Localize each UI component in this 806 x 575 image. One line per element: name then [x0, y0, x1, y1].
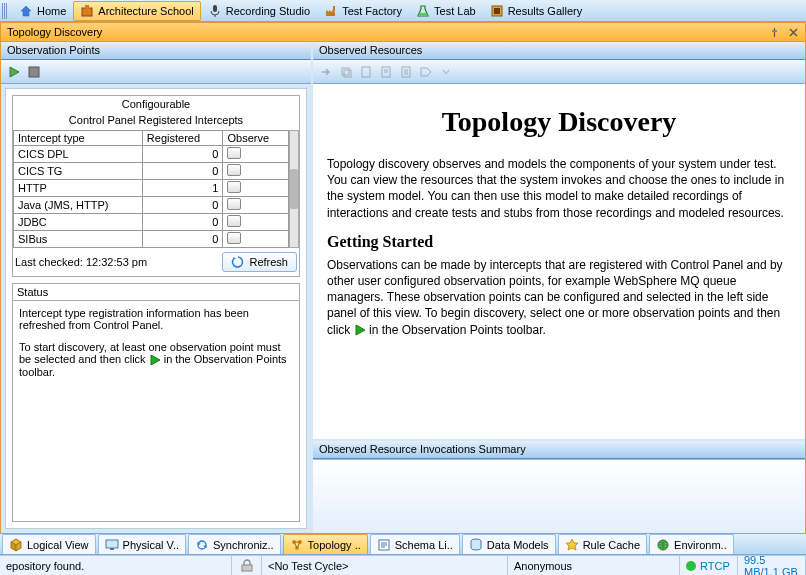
right-pane: Observed Resources Topology Discovery To…: [313, 42, 805, 533]
left-pane: Observation Points Configourable Control…: [1, 42, 313, 533]
play-icon[interactable]: [7, 65, 21, 79]
config-title: Configourable: [13, 96, 299, 112]
doc2-icon[interactable]: [379, 65, 393, 79]
doc-area: Topology Discovery Topology discovery ob…: [313, 84, 805, 441]
copy-icon[interactable]: [339, 65, 353, 79]
drag-handle[interactable]: [2, 3, 8, 19]
tab-label: Synchroniz..: [213, 539, 274, 551]
nav-tab-label: Test Factory: [342, 5, 402, 17]
cell-type: SIBus: [14, 231, 143, 248]
sync-icon: [195, 538, 209, 552]
observe-checkbox[interactable]: [227, 181, 241, 193]
refresh-icon: [231, 255, 245, 269]
pin-icon[interactable]: [769, 27, 780, 38]
col-intercept-type[interactable]: Intercept type: [14, 131, 143, 146]
doc3-icon[interactable]: [399, 65, 413, 79]
nav-tab-results[interactable]: Results Gallery: [483, 1, 590, 21]
observe-checkbox[interactable]: [227, 198, 241, 210]
last-refresh-row: Last checked: 12:32:53 pm Refresh: [13, 248, 299, 276]
table-row[interactable]: CICS TG0: [14, 163, 289, 180]
scrollbar-thumb[interactable]: [290, 169, 298, 209]
status-memory[interactable]: 99.5 MB/1.1 GB: [738, 556, 806, 575]
cell-type: Java (JMS, HTTP): [14, 197, 143, 214]
status-text-2: To start discovery, at least one observa…: [19, 341, 293, 378]
col-observe[interactable]: Observe: [223, 131, 289, 146]
table-scrollbar[interactable]: [289, 130, 299, 248]
observation-points-toolbar: [1, 60, 311, 84]
main-body: Observation Points Configourable Control…: [0, 42, 806, 533]
doc-h2: Getting Started: [327, 233, 791, 251]
nav-tab-home[interactable]: Home: [12, 1, 73, 21]
svg-rect-2: [213, 5, 217, 12]
status-body: Intercept type registration information …: [13, 300, 299, 521]
svg-rect-7: [29, 67, 39, 77]
cell-observe[interactable]: [223, 146, 289, 163]
tab-rule-cache[interactable]: Rule Cache: [558, 534, 647, 554]
status-cycle[interactable]: <No Test Cycle>: [262, 556, 508, 575]
cell-observe[interactable]: [223, 214, 289, 231]
svg-rect-3: [333, 6, 335, 11]
doc-p2: Observations can be made by intercepts t…: [327, 257, 791, 338]
tab-synchronization[interactable]: Synchroniz..: [188, 534, 281, 554]
config-subtitle: Control Panel Registered Intercepts: [13, 112, 299, 130]
table-row[interactable]: JDBC0: [14, 214, 289, 231]
status-cycle-icon[interactable]: [232, 556, 262, 575]
nav-tab-lab[interactable]: Test Lab: [409, 1, 483, 21]
factory-icon: [324, 4, 338, 18]
tab-environments[interactable]: Environm..: [649, 534, 734, 554]
doc-icon[interactable]: [359, 65, 373, 79]
cell-registered: 0: [142, 214, 223, 231]
monitor-icon: [105, 538, 119, 552]
tab-topology[interactable]: Topology ..: [283, 534, 368, 554]
cell-observe[interactable]: [223, 231, 289, 248]
stop-icon[interactable]: [27, 65, 41, 79]
table-row[interactable]: Java (JMS, HTTP)0: [14, 197, 289, 214]
nav-tab-factory[interactable]: Test Factory: [317, 1, 409, 21]
schema-icon: [377, 538, 391, 552]
window-title: Topology Discovery: [7, 26, 102, 38]
nav-tab-architecture[interactable]: Architecture School: [73, 1, 200, 21]
svg-rect-0: [82, 8, 92, 16]
arrow-icon[interactable]: [319, 65, 333, 79]
cell-observe[interactable]: [223, 197, 289, 214]
nav-tab-recording[interactable]: Recording Studio: [201, 1, 317, 21]
observe-checkbox[interactable]: [227, 232, 241, 244]
dropdown-chevron-icon[interactable]: [439, 65, 453, 79]
cell-type: CICS TG: [14, 163, 143, 180]
svg-rect-6: [772, 30, 777, 32]
observe-checkbox[interactable]: [227, 147, 241, 159]
status-text-1: Intercept type registration information …: [19, 307, 293, 331]
cell-observe[interactable]: [223, 163, 289, 180]
last-checked-label: Last checked: 12:32:53 pm: [15, 256, 147, 268]
status-rtcp[interactable]: RTCP: [680, 556, 738, 575]
tab-logical-view[interactable]: Logical View: [2, 534, 96, 554]
table-row[interactable]: HTTP1: [14, 180, 289, 197]
cell-type: CICS DPL: [14, 146, 143, 163]
cell-observe[interactable]: [223, 180, 289, 197]
tab-physical-view[interactable]: Physical V..: [98, 534, 186, 554]
star-icon: [565, 538, 579, 552]
gallery-icon: [490, 4, 504, 18]
status-title: Status: [13, 284, 299, 300]
doc-p2b: in the Observation Points toolbar.: [369, 323, 546, 337]
window-title-bar: Topology Discovery: [0, 22, 806, 42]
svg-rect-14: [110, 548, 114, 550]
close-icon[interactable]: [788, 27, 799, 38]
table-row[interactable]: CICS DPL0: [14, 146, 289, 163]
invocations-header: Observed Resource Invocations Summary: [313, 441, 805, 459]
observe-checkbox[interactable]: [227, 215, 241, 227]
observe-checkbox[interactable]: [227, 164, 241, 176]
nav-tab-label: Results Gallery: [508, 5, 583, 17]
tag-icon[interactable]: [419, 65, 433, 79]
table-header-row: Intercept type Registered Observe: [14, 131, 289, 146]
col-registered[interactable]: Registered: [142, 131, 223, 146]
nav-tab-label: Architecture School: [98, 5, 193, 17]
cell-registered: 1: [142, 180, 223, 197]
data-icon: [469, 538, 483, 552]
tab-schema-library[interactable]: Schema Li..: [370, 534, 460, 554]
table-row[interactable]: SIBus0: [14, 231, 289, 248]
tab-data-models[interactable]: Data Models: [462, 534, 556, 554]
left-content: Configourable Control Panel Registered I…: [5, 88, 307, 529]
refresh-button[interactable]: Refresh: [222, 252, 297, 272]
cell-type: HTTP: [14, 180, 143, 197]
